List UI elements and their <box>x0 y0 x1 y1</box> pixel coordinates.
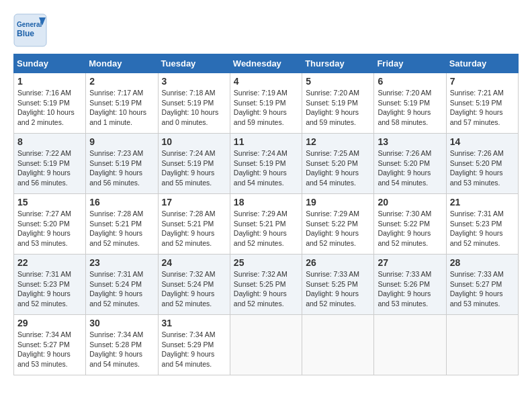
calendar-cell <box>230 315 302 375</box>
day-detail: Sunrise: 7:30 AM Sunset: 5:22 PM Dayligh… <box>378 209 442 248</box>
day-number: 28 <box>450 257 515 268</box>
calendar-cell: 28 Sunrise: 7:33 AM Sunset: 5:27 PM Dayl… <box>446 255 518 315</box>
day-number: 9 <box>89 136 154 147</box>
calendar-cell: 8 Sunrise: 7:22 AM Sunset: 5:19 PM Dayli… <box>14 134 86 194</box>
day-number: 6 <box>378 76 442 87</box>
day-number: 8 <box>17 136 82 147</box>
calendar-cell: 12 Sunrise: 7:25 AM Sunset: 5:20 PM Dayl… <box>302 134 374 194</box>
calendar-cell: 3 Sunrise: 7:18 AM Sunset: 5:19 PM Dayli… <box>158 73 230 134</box>
calendar-cell: 9 Sunrise: 7:23 AM Sunset: 5:19 PM Dayli… <box>86 134 158 194</box>
day-detail: Sunrise: 7:18 AM Sunset: 5:19 PM Dayligh… <box>162 88 226 128</box>
day-detail: Sunrise: 7:32 AM Sunset: 5:25 PM Dayligh… <box>234 269 298 309</box>
day-detail: Sunrise: 7:31 AM Sunset: 5:23 PM Dayligh… <box>450 209 515 248</box>
calendar-cell: 21 Sunrise: 7:31 AM Sunset: 5:23 PM Dayl… <box>446 194 518 255</box>
calendar-cell: 1 Sunrise: 7:16 AM Sunset: 5:19 PM Dayli… <box>14 73 86 134</box>
day-number: 15 <box>17 197 82 208</box>
calendar-cell: 25 Sunrise: 7:32 AM Sunset: 5:25 PM Dayl… <box>230 255 302 315</box>
day-detail: Sunrise: 7:25 AM Sunset: 5:20 PM Dayligh… <box>306 148 370 188</box>
day-detail: Sunrise: 7:34 AM Sunset: 5:29 PM Dayligh… <box>162 330 226 369</box>
day-header-saturday: Saturday <box>446 54 518 73</box>
calendar-cell: 10 Sunrise: 7:24 AM Sunset: 5:19 PM Dayl… <box>158 134 230 194</box>
calendar-body: 1 Sunrise: 7:16 AM Sunset: 5:19 PM Dayli… <box>14 73 519 375</box>
day-number: 10 <box>162 136 226 147</box>
calendar-cell: 31 Sunrise: 7:34 AM Sunset: 5:29 PM Dayl… <box>158 315 230 375</box>
day-number: 11 <box>234 136 298 147</box>
day-detail: Sunrise: 7:28 AM Sunset: 5:21 PM Dayligh… <box>162 209 226 248</box>
day-detail: Sunrise: 7:16 AM Sunset: 5:19 PM Dayligh… <box>17 88 82 128</box>
day-detail: Sunrise: 7:27 AM Sunset: 5:20 PM Dayligh… <box>17 209 82 248</box>
calendar-cell: 17 Sunrise: 7:28 AM Sunset: 5:21 PM Dayl… <box>158 194 230 255</box>
day-number: 7 <box>450 76 515 87</box>
calendar-table: SundayMondayTuesdayWednesdayThursdayFrid… <box>13 54 519 375</box>
calendar-week-row: 29 Sunrise: 7:34 AM Sunset: 5:27 PM Dayl… <box>14 315 519 375</box>
day-detail: Sunrise: 7:29 AM Sunset: 5:22 PM Dayligh… <box>306 209 370 248</box>
logo: General Blue <box>13 13 47 47</box>
day-number: 30 <box>89 318 154 328</box>
day-detail: Sunrise: 7:31 AM Sunset: 5:24 PM Dayligh… <box>89 269 154 309</box>
calendar-cell: 14 Sunrise: 7:26 AM Sunset: 5:20 PM Dayl… <box>446 134 518 194</box>
day-header-sunday: Sunday <box>14 54 86 73</box>
day-number: 24 <box>162 257 226 268</box>
calendar-cell: 15 Sunrise: 7:27 AM Sunset: 5:20 PM Dayl… <box>14 194 86 255</box>
calendar-cell: 16 Sunrise: 7:28 AM Sunset: 5:21 PM Dayl… <box>86 194 158 255</box>
day-detail: Sunrise: 7:34 AM Sunset: 5:27 PM Dayligh… <box>17 330 82 369</box>
day-detail: Sunrise: 7:19 AM Sunset: 5:19 PM Dayligh… <box>234 88 298 128</box>
calendar-cell: 4 Sunrise: 7:19 AM Sunset: 5:19 PM Dayli… <box>230 73 302 134</box>
calendar-cell: 5 Sunrise: 7:20 AM Sunset: 5:19 PM Dayli… <box>302 73 374 134</box>
calendar-cell <box>446 315 518 375</box>
day-number: 27 <box>378 257 442 268</box>
day-detail: Sunrise: 7:24 AM Sunset: 5:19 PM Dayligh… <box>234 148 298 188</box>
day-number: 31 <box>162 318 226 328</box>
day-detail: Sunrise: 7:20 AM Sunset: 5:19 PM Dayligh… <box>378 88 442 128</box>
day-number: 18 <box>234 197 298 208</box>
day-number: 25 <box>234 257 298 268</box>
day-header-monday: Monday <box>86 54 158 73</box>
day-header-tuesday: Tuesday <box>158 54 230 73</box>
day-header-friday: Friday <box>374 54 446 73</box>
day-detail: Sunrise: 7:32 AM Sunset: 5:24 PM Dayligh… <box>162 269 226 309</box>
day-number: 3 <box>162 76 226 87</box>
day-number: 4 <box>234 76 298 87</box>
calendar-cell: 26 Sunrise: 7:33 AM Sunset: 5:25 PM Dayl… <box>302 255 374 315</box>
calendar-cell: 11 Sunrise: 7:24 AM Sunset: 5:19 PM Dayl… <box>230 134 302 194</box>
day-number: 17 <box>162 197 226 208</box>
day-number: 13 <box>378 136 442 147</box>
day-number: 19 <box>306 197 370 208</box>
calendar-cell: 6 Sunrise: 7:20 AM Sunset: 5:19 PM Dayli… <box>374 73 446 134</box>
day-number: 1 <box>17 76 82 87</box>
day-header-wednesday: Wednesday <box>230 54 302 73</box>
day-number: 26 <box>306 257 370 268</box>
calendar-week-row: 22 Sunrise: 7:31 AM Sunset: 5:23 PM Dayl… <box>14 255 519 315</box>
calendar-header-row: SundayMondayTuesdayWednesdayThursdayFrid… <box>14 54 519 73</box>
day-detail: Sunrise: 7:34 AM Sunset: 5:28 PM Dayligh… <box>89 330 154 369</box>
day-detail: Sunrise: 7:24 AM Sunset: 5:19 PM Dayligh… <box>162 148 226 188</box>
day-detail: Sunrise: 7:33 AM Sunset: 5:25 PM Dayligh… <box>306 269 370 309</box>
calendar-cell: 24 Sunrise: 7:32 AM Sunset: 5:24 PM Dayl… <box>158 255 230 315</box>
calendar-week-row: 15 Sunrise: 7:27 AM Sunset: 5:20 PM Dayl… <box>14 194 519 255</box>
calendar-cell: 13 Sunrise: 7:26 AM Sunset: 5:20 PM Dayl… <box>374 134 446 194</box>
day-number: 20 <box>378 197 442 208</box>
calendar-week-row: 1 Sunrise: 7:16 AM Sunset: 5:19 PM Dayli… <box>14 73 519 134</box>
logo-svg: General Blue <box>13 13 47 47</box>
day-number: 14 <box>450 136 515 147</box>
day-number: 29 <box>17 318 82 328</box>
day-detail: Sunrise: 7:31 AM Sunset: 5:23 PM Dayligh… <box>17 269 82 309</box>
calendar-cell: 2 Sunrise: 7:17 AM Sunset: 5:19 PM Dayli… <box>86 73 158 134</box>
svg-text:Blue: Blue <box>17 29 34 38</box>
day-detail: Sunrise: 7:28 AM Sunset: 5:21 PM Dayligh… <box>89 209 154 248</box>
day-detail: Sunrise: 7:33 AM Sunset: 5:27 PM Dayligh… <box>450 269 515 309</box>
calendar-cell: 29 Sunrise: 7:34 AM Sunset: 5:27 PM Dayl… <box>14 315 86 375</box>
calendar-cell: 27 Sunrise: 7:33 AM Sunset: 5:26 PM Dayl… <box>374 255 446 315</box>
day-detail: Sunrise: 7:21 AM Sunset: 5:19 PM Dayligh… <box>450 88 515 128</box>
svg-text:General: General <box>17 21 42 28</box>
day-detail: Sunrise: 7:17 AM Sunset: 5:19 PM Dayligh… <box>89 88 154 128</box>
calendar-week-row: 8 Sunrise: 7:22 AM Sunset: 5:19 PM Dayli… <box>14 134 519 194</box>
day-header-thursday: Thursday <box>302 54 374 73</box>
day-detail: Sunrise: 7:23 AM Sunset: 5:19 PM Dayligh… <box>89 148 154 188</box>
calendar-cell: 18 Sunrise: 7:29 AM Sunset: 5:21 PM Dayl… <box>230 194 302 255</box>
calendar-cell <box>302 315 374 375</box>
calendar-cell: 20 Sunrise: 7:30 AM Sunset: 5:22 PM Dayl… <box>374 194 446 255</box>
day-detail: Sunrise: 7:22 AM Sunset: 5:19 PM Dayligh… <box>17 148 82 188</box>
day-number: 22 <box>17 257 82 268</box>
day-number: 16 <box>89 197 154 208</box>
